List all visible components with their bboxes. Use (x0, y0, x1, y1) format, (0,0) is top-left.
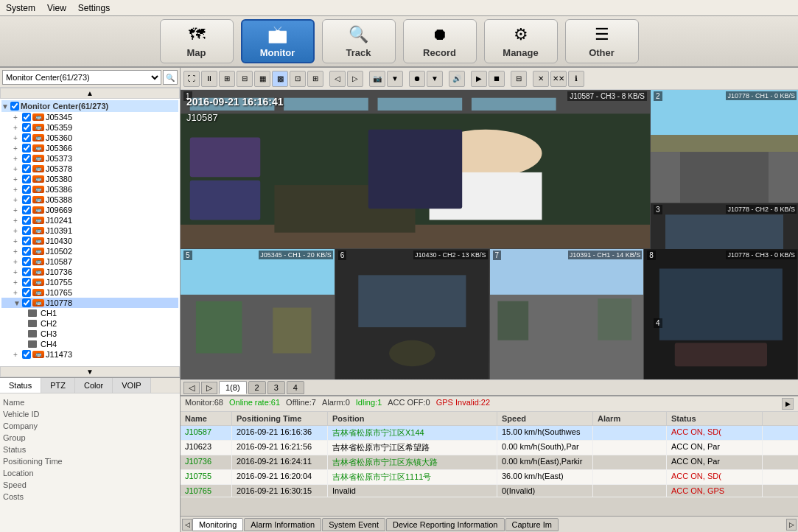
tb-close2[interactable]: ✕✕ (550, 71, 567, 87)
item-checkbox[interactable] (22, 216, 31, 225)
nav-record[interactable]: ⏺ Record (403, 19, 477, 63)
tree-item-j05386[interactable]: + 🚌 J05386 (1, 184, 178, 195)
page-tab-1[interactable]: 1(8) (219, 381, 247, 394)
video-small-6[interactable]: 6 J10430 - CH2 - 13 KB/S (335, 249, 490, 379)
btab-system-event[interactable]: System Event (322, 518, 385, 531)
item-checkbox[interactable] (22, 247, 31, 256)
video-small-7[interactable]: 7 J10391 - CH1 - 14 KB/S (490, 249, 645, 379)
item-checkbox[interactable] (22, 350, 31, 359)
tb-grid4[interactable]: ⊟ (237, 71, 253, 87)
tree-search-button[interactable]: 🔍 (163, 70, 178, 85)
tab-ptz[interactable]: PTZ (41, 378, 75, 393)
nav-map[interactable]: 🗺 Map (160, 19, 234, 63)
tb-play[interactable]: ▶ (471, 71, 487, 87)
item-checkbox[interactable] (22, 113, 31, 122)
table-row[interactable]: J10736 2016-09-21 16:24:11 吉林省松原市宁江区东镇大路… (181, 455, 798, 470)
tb-stop[interactable]: ⏹ (489, 71, 505, 87)
tb-info[interactable]: ℹ (568, 71, 584, 87)
video-small-8[interactable]: 8 J10778 - CH3 - 0 KB/S (644, 249, 798, 379)
tree-item-j10736[interactable]: + 🚌 J10736 (1, 267, 178, 277)
tree-scroll-down[interactable]: ▼ (0, 366, 180, 377)
table-row[interactable]: J10765 2016-09-21 16:30:15 Invalid 0(Inv… (181, 485, 798, 497)
table-row[interactable]: J10623 2016-09-21 16:21:56 吉林省松原市宁江区希望路 … (181, 441, 798, 455)
tree-item-j10587[interactable]: + 🚌 J10587 (1, 256, 178, 267)
tb-fullscreen[interactable]: ⛶ (183, 71, 200, 87)
tb-sound[interactable]: 🔊 (449, 71, 465, 87)
tree-dropdown[interactable]: Monitor Center(61/273) (2, 70, 161, 85)
tree-item-j09669[interactable]: + 🚌 J09669 (1, 205, 178, 215)
tb-next[interactable]: ▷ (347, 71, 363, 87)
tab-voip[interactable]: VOIP (113, 378, 150, 393)
tab-status[interactable]: Status (0, 378, 41, 393)
tree-item-j05380[interactable]: + 🚌 J05380 (1, 174, 178, 184)
btab-alarm[interactable]: Alarm Information (244, 518, 321, 531)
btab-capture[interactable]: Capture Im (505, 518, 559, 531)
btab-scroll-left[interactable]: ◁ (182, 519, 192, 531)
page-tab-3[interactable]: 3 (267, 381, 285, 394)
tb-grid6[interactable]: ▦ (254, 71, 270, 87)
tree-child-ch4[interactable]: CH4 (1, 339, 178, 349)
nav-other[interactable]: ☰ Other (565, 19, 639, 63)
tb-record-btn[interactable]: ⏺ (409, 71, 425, 87)
nav-manage[interactable]: ⚙ Manage (484, 19, 558, 63)
menu-view[interactable]: View (47, 3, 66, 13)
page-next[interactable]: ▷ (201, 382, 217, 394)
item-checkbox[interactable] (22, 144, 31, 153)
tree-scroll-up[interactable]: ▲ (0, 88, 180, 99)
page-tab-4[interactable]: 4 (287, 381, 304, 394)
table-row[interactable]: J10755 2016-09-21 16:20:04 吉林省松原市宁江区1111… (181, 470, 798, 485)
table-scroll-right[interactable]: ▶ (782, 398, 794, 410)
item-checkbox[interactable] (22, 154, 31, 163)
item-checkbox[interactable] (22, 133, 31, 142)
item-checkbox[interactable] (22, 226, 31, 235)
tree-child-ch1[interactable]: CH1 (1, 308, 178, 318)
tree-item-j10430[interactable]: + 🚌 J10430 (1, 236, 178, 246)
nav-monitor[interactable]: 📺 Monitor (241, 19, 315, 63)
video-main[interactable]: 1 2016-09-21 16:16:41 J10587 J10587 - CH… (181, 90, 651, 248)
tb-dropdown1[interactable]: ▼ (387, 71, 403, 87)
tb-pause[interactable]: ⏸ (201, 71, 217, 87)
item-checkbox[interactable] (22, 257, 31, 266)
tree-item-j11473[interactable]: + 🚌 J11473 (1, 349, 178, 360)
menu-system[interactable]: System (6, 3, 35, 13)
tb-grid8[interactable]: ▩ (272, 71, 288, 87)
tree-item-j05388[interactable]: + 🚌 J05388 (1, 195, 178, 205)
tree-child-ch2[interactable]: CH2 (1, 318, 178, 329)
item-checkbox[interactable] (22, 175, 31, 183)
table-row[interactable]: J10587 2016-09-21 16:16:36 吉林省松原市宁江区X144… (181, 426, 798, 441)
tree-item-j10502[interactable]: + 🚌 J10502 (1, 246, 178, 256)
tree-item-j10778[interactable]: ▼ 🚌 J10778 (1, 298, 178, 308)
item-checkbox[interactable] (22, 298, 31, 307)
page-tab-2[interactable]: 2 (248, 381, 266, 394)
item-checkbox[interactable] (22, 206, 31, 214)
item-checkbox[interactable] (22, 185, 31, 194)
tb-prev[interactable]: ◁ (329, 71, 346, 87)
item-checkbox[interactable] (22, 123, 31, 132)
tb-grid9[interactable]: ⊡ (290, 71, 306, 87)
video-side-1[interactable]: 2 J10778 - CH1 - 0 KB/S (651, 90, 798, 203)
root-checkbox[interactable] (10, 102, 19, 111)
page-prev[interactable]: ◁ (183, 382, 200, 394)
tree-item-j10241[interactable]: + 🚌 J10241 (1, 215, 178, 225)
tree-item-j05378[interactable]: + 🚌 J05378 (1, 164, 178, 174)
tree-item-j10765[interactable]: + 🚌 J10765 (1, 287, 178, 298)
tree-item-j10391[interactable]: + 🚌 J10391 (1, 225, 178, 236)
tree-root[interactable]: ▼ Monitor Center(61/273) (1, 100, 178, 112)
tb-grid1[interactable]: ⊞ (219, 71, 235, 87)
tb-camera[interactable]: 📷 (369, 71, 385, 87)
tree-item-j05359[interactable]: + 🚌 J05359 (1, 122, 178, 133)
video-small-5[interactable]: 5 J05345 - CH1 - 20 KB/S (181, 249, 335, 379)
item-checkbox[interactable] (22, 237, 31, 245)
item-checkbox[interactable] (22, 267, 31, 276)
tb-grid16[interactable]: ⊞ (307, 71, 323, 87)
tree-item-j05360[interactable]: + 🚌 J05360 (1, 133, 178, 143)
item-checkbox[interactable] (22, 195, 31, 204)
tree-item-j05345[interactable]: + 🚌 J05345 (1, 112, 178, 122)
btab-device-reporting[interactable]: Device Reporting Information (386, 518, 504, 531)
tree-child-ch3[interactable]: CH3 (1, 329, 178, 339)
item-checkbox[interactable] (22, 288, 31, 297)
item-checkbox[interactable] (22, 164, 31, 173)
tb-close1[interactable]: ✕ (533, 71, 549, 87)
tb-dropdown2[interactable]: ▼ (427, 71, 443, 87)
menu-settings[interactable]: Settings (78, 3, 110, 13)
